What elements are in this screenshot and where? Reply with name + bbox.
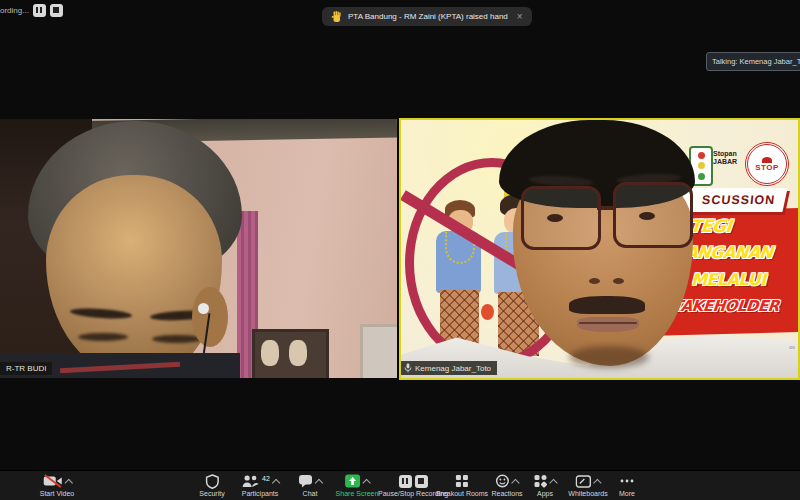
chevron-up-icon[interactable] bbox=[593, 478, 601, 486]
reactions-button[interactable]: Reactions bbox=[491, 474, 522, 497]
security-label: Security bbox=[199, 490, 224, 497]
share-screen-button[interactable]: Share Screen bbox=[336, 474, 379, 497]
video-tile-right-active[interactable]: RATEGI PENANGANAN NAK MELALUI TISTAKEHOL… bbox=[399, 118, 800, 380]
breakout-rooms-button[interactable]: Breakout Rooms bbox=[436, 474, 488, 497]
earbud bbox=[198, 303, 209, 314]
eye-closed bbox=[78, 333, 128, 341]
shield-icon bbox=[205, 474, 219, 489]
participant-name: Kemenag Jabar_Toto bbox=[415, 364, 491, 373]
video-camera-off-icon bbox=[42, 474, 62, 488]
glasses-bridge bbox=[597, 206, 613, 210]
stop-recording-button[interactable] bbox=[50, 4, 63, 17]
photo-frame bbox=[252, 329, 329, 378]
chevron-up-icon[interactable] bbox=[272, 478, 280, 486]
mouth-line bbox=[579, 322, 637, 324]
participants-icon bbox=[241, 474, 259, 488]
apps-label: Apps bbox=[537, 490, 553, 497]
talking-badge: Talking: Kemenag Jabar_Toto bbox=[706, 52, 800, 71]
stop-icon bbox=[53, 7, 59, 13]
participant-name: R-TR BUDI bbox=[6, 364, 46, 373]
reactions-label: Reactions bbox=[491, 490, 522, 497]
zoom-meeting-window: ording... PTA Bandung - RM Zaini (KPTA) … bbox=[0, 0, 800, 500]
more-ellipsis-icon bbox=[619, 474, 635, 488]
more-button[interactable]: More bbox=[619, 474, 635, 497]
chevron-up-icon[interactable] bbox=[511, 478, 519, 486]
eye bbox=[547, 214, 563, 222]
stopan-jabar-logo-text: Stopan JABAR bbox=[713, 150, 737, 166]
apps-icon bbox=[534, 474, 548, 488]
participant-name-label: Kemenag Jabar_Toto bbox=[401, 361, 497, 375]
participants-count: 42 bbox=[262, 475, 270, 482]
breakout-rooms-label: Breakout Rooms bbox=[436, 490, 488, 497]
chevron-up-icon[interactable] bbox=[315, 478, 323, 486]
nostril bbox=[613, 278, 624, 284]
mustache bbox=[569, 296, 645, 314]
ear bbox=[192, 287, 228, 347]
meeting-toolbar: Start Video Security 42 Partic bbox=[0, 470, 800, 500]
notification-text: PTA Bandung - RM Zaini (KPTA) raised han… bbox=[348, 12, 508, 21]
nostril bbox=[589, 278, 600, 284]
chin-shadow bbox=[569, 346, 649, 368]
start-video-button[interactable]: Start Video bbox=[40, 474, 75, 497]
participants-label: Participants bbox=[242, 490, 279, 497]
pause-recording-icon[interactable] bbox=[398, 475, 411, 488]
photo-frame bbox=[360, 324, 397, 378]
whiteboards-icon bbox=[575, 475, 591, 488]
whiteboards-button[interactable]: Whiteboards bbox=[568, 474, 607, 497]
stop-logo-text: STOP bbox=[755, 163, 779, 172]
pause-icon bbox=[36, 7, 42, 13]
discussion-banner-text: SCUSSION bbox=[701, 193, 776, 207]
share-screen-label: Share Screen bbox=[336, 490, 379, 497]
raised-hand-icon bbox=[331, 11, 342, 23]
stopan-label: Stopan bbox=[713, 150, 737, 158]
breakout-rooms-icon bbox=[455, 474, 469, 488]
chat-label: Chat bbox=[303, 490, 318, 497]
stop-campaign-logo: STOP bbox=[745, 142, 789, 186]
eye-closed bbox=[152, 335, 202, 343]
stop-recording-icon[interactable] bbox=[414, 475, 427, 488]
more-label: More bbox=[619, 490, 635, 497]
recording-indicator: ording... bbox=[0, 2, 63, 18]
eye bbox=[639, 212, 655, 220]
participant-name-label: R-TR BUDI bbox=[0, 362, 52, 375]
mouth bbox=[577, 317, 639, 332]
security-button[interactable]: Security bbox=[199, 474, 224, 497]
recording-status-label: ording... bbox=[0, 6, 29, 15]
video-tile-left[interactable]: R-TR BUDI bbox=[0, 119, 397, 378]
chevron-up-icon[interactable] bbox=[64, 478, 72, 486]
raised-hand-notification: PTA Bandung - RM Zaini (KPTA) raised han… bbox=[322, 7, 532, 26]
poster-fine-print: ov bbox=[789, 344, 795, 350]
share-screen-icon bbox=[345, 474, 361, 488]
chevron-up-icon[interactable] bbox=[362, 478, 370, 486]
whiteboards-label: Whiteboards bbox=[568, 490, 607, 497]
talking-badge-label: Talking: Kemenag Jabar_Toto bbox=[712, 57, 800, 66]
chevron-up-icon[interactable] bbox=[549, 478, 557, 486]
microphone-icon bbox=[404, 363, 412, 373]
pause-recording-button[interactable] bbox=[33, 4, 46, 17]
jabar-label: JABAR bbox=[713, 158, 737, 166]
chat-button[interactable]: Chat bbox=[298, 474, 322, 497]
participants-button[interactable]: 42 Participants bbox=[241, 474, 279, 497]
notification-close-button[interactable]: × bbox=[517, 11, 523, 22]
chat-bubble-icon bbox=[298, 474, 313, 488]
start-video-label: Start Video bbox=[40, 490, 75, 497]
reactions-emoji-icon bbox=[495, 474, 509, 488]
poster-line-3b: MELALUI bbox=[691, 270, 766, 289]
apps-button[interactable]: Apps bbox=[534, 474, 557, 497]
